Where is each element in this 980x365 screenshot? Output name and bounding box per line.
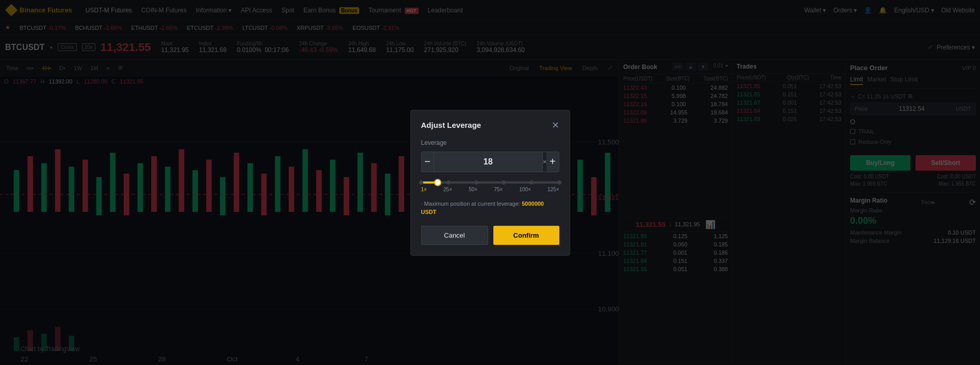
- leverage-decrease-button[interactable]: −: [422, 152, 434, 172]
- tick-label-75x[interactable]: 75×: [494, 187, 503, 192]
- leverage-input-row: − × +: [421, 152, 559, 172]
- tick-25x: [446, 180, 451, 185]
- leverage-increase-button[interactable]: +: [546, 152, 558, 172]
- slider-track[interactable]: [421, 181, 559, 184]
- modal-info: · Maximum position at current leverage: …: [421, 200, 559, 217]
- leverage-x-suffix: ×: [543, 158, 547, 165]
- slider-tick-labels: 1× 25× 50× 75× 100× 125×: [421, 187, 559, 192]
- modal-footer: Cancel Confirm: [421, 226, 559, 245]
- confirm-button[interactable]: Confirm: [493, 226, 559, 245]
- modal-overlay[interactable]: Adjust Leverage ✕ Leverage − × + 1×: [0, 0, 980, 365]
- tick-75x: [502, 180, 506, 185]
- tick-label-50x[interactable]: 50×: [469, 187, 477, 192]
- modal-close-button[interactable]: ✕: [552, 121, 559, 130]
- tick-label-125x[interactable]: 125×: [547, 187, 559, 192]
- tick-label-100x[interactable]: 100×: [519, 187, 531, 192]
- tick-50x: [474, 180, 478, 185]
- leverage-input[interactable]: [434, 152, 543, 172]
- tick-label-1x[interactable]: 1×: [421, 187, 427, 192]
- modal-header: Adjust Leverage ✕: [421, 121, 559, 130]
- tick-label-25x[interactable]: 25×: [443, 187, 452, 192]
- tick-125x: [557, 180, 561, 185]
- tick-100x: [529, 180, 534, 185]
- tick-1x: [419, 180, 423, 185]
- leverage-slider: 1× 25× 50× 75× 100× 125×: [421, 181, 559, 192]
- modal-title: Adjust Leverage: [421, 121, 481, 129]
- leverage-label: Leverage: [421, 139, 559, 146]
- cancel-button[interactable]: Cancel: [421, 226, 488, 245]
- slider-thumb[interactable]: [434, 179, 441, 186]
- adjust-leverage-modal: Adjust Leverage ✕ Leverage − × + 1×: [410, 110, 570, 256]
